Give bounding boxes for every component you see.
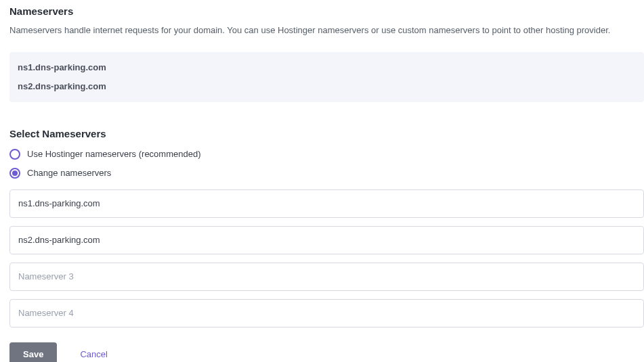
radio-change-nameservers[interactable]: Change nameservers [9, 168, 644, 179]
nameserver-3-input[interactable] [9, 263, 644, 291]
page-title: Nameservers [9, 5, 644, 17]
current-nameserver-1: ns1.dns-parking.com [18, 62, 636, 74]
nameserver-2-input[interactable] [9, 226, 644, 254]
nameserver-1-input[interactable] [9, 189, 644, 218]
radio-hostinger-label: Use Hostinger nameservers (recommended) [27, 149, 200, 159]
cancel-button[interactable]: Cancel [80, 349, 107, 359]
current-nameserver-2: ns2.dns-parking.com [18, 81, 636, 93]
radio-selected-icon [9, 168, 20, 179]
save-button[interactable]: Save [9, 342, 57, 362]
current-nameservers-box: ns1.dns-parking.com ns2.dns-parking.com [9, 52, 644, 102]
page-description: Nameservers handle internet requests for… [9, 24, 644, 37]
radio-change-label: Change nameservers [27, 168, 111, 178]
select-nameservers-title: Select Nameservers [9, 128, 644, 139]
radio-hostinger-nameservers[interactable]: Use Hostinger nameservers (recommended) [9, 149, 644, 160]
nameserver-4-input[interactable] [9, 299, 644, 327]
radio-unselected-icon [9, 149, 20, 160]
